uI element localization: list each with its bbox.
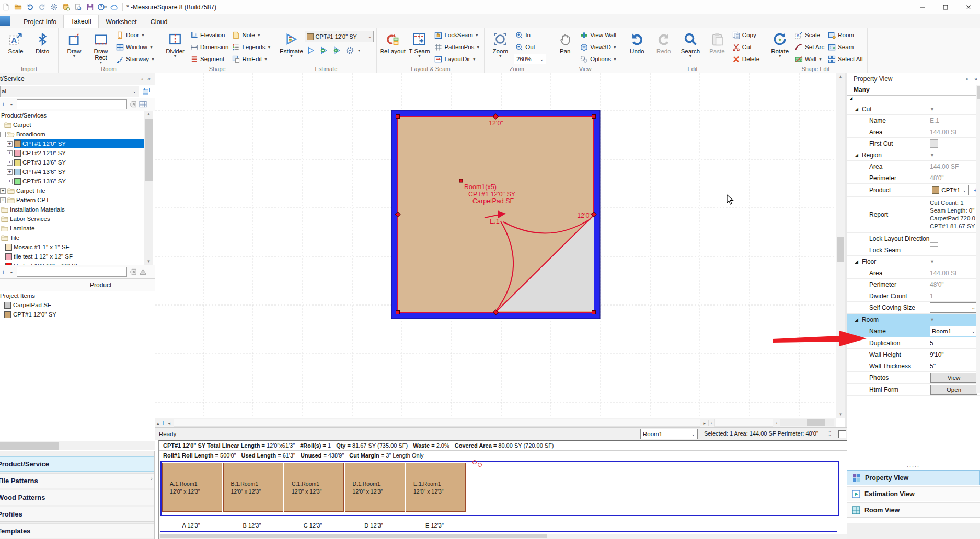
tree-item[interactable]: tile test 1 12" x 12" SF [0, 252, 144, 261]
ribbon-button-lockseam[interactable]: LockSeam▼ [433, 30, 481, 40]
maximize-button[interactable] [934, 0, 957, 14]
tab-project-info[interactable]: Project Info [17, 16, 63, 28]
tree-item[interactable]: +CPT#5 13'6" SY [0, 177, 144, 186]
scrollbar-thumb[interactable] [977, 86, 980, 99]
tree-item[interactable]: +CPT#3 13'6" SY [0, 158, 144, 167]
ribbon-button-dimension[interactable]: Dimension [189, 42, 230, 52]
expander-icon[interactable]: ◢ [855, 153, 858, 158]
corner-handle[interactable] [592, 311, 596, 314]
tree-item[interactable]: Tile [0, 233, 144, 242]
qat-open-folder-button[interactable] [13, 3, 22, 12]
view-switcher-property-view[interactable]: Property View [847, 470, 980, 485]
view-switcher-room-view[interactable]: Room View [847, 502, 980, 518]
ribbon-button-view3d[interactable]: View3D▼ [579, 42, 618, 52]
tree-expander-icon[interactable]: + [7, 160, 13, 166]
roll-layout-canvas[interactable]: A.1.Room112'0" x 12'3"B.1.Room112'0" x 1… [158, 460, 847, 539]
clear-icon[interactable] [129, 268, 137, 276]
scroll-down-icon[interactable]: ▼ [837, 411, 845, 418]
ribbon-button-legends[interactable]: Legends▼ [230, 42, 272, 52]
tree-item[interactable]: -Broadloom [0, 130, 144, 139]
ribbon-button-layoutdir[interactable]: LayoutDir▼ [433, 54, 481, 64]
tree-item[interactable]: +CPT#2 12'0" SY [0, 148, 144, 158]
tree-item[interactable]: Product/Services [0, 111, 144, 120]
ribbon-button-scale[interactable]: AScale [793, 30, 826, 40]
ribbon-button-estimate[interactable]: Estimate▼ [278, 29, 304, 58]
scroll-left-icon[interactable]: ◂ [165, 420, 174, 426]
qat-save-button[interactable] [85, 3, 95, 12]
tree-item-selected[interactable]: CPT#1 12'0" SY [14, 139, 144, 148]
accordion-item-product-service[interactable]: Product/Service [0, 456, 154, 472]
tab-cloud[interactable]: Cloud [144, 16, 175, 28]
group-collapse-icon[interactable]: ▼ [930, 317, 935, 322]
tree-expander-icon[interactable]: + [7, 141, 13, 147]
tree-item[interactable]: +CPT#4 13'6" SY [0, 167, 144, 177]
ribbon-button-door[interactable]: Door▼ [114, 30, 156, 40]
collapse-icon[interactable]: » [971, 76, 980, 82]
ribbon-button-window[interactable]: Window▼ [114, 42, 156, 52]
ribbon-button-segment[interactable]: Segment [189, 54, 230, 64]
tree-item[interactable]: +CPT#1 12'0" SY [0, 139, 144, 148]
ribbon-button-set-arc[interactable]: Set Arc [793, 42, 826, 52]
slider-thumb[interactable] [807, 419, 825, 426]
ribbon-button-copy[interactable]: Copy [731, 30, 761, 40]
tree-expander-icon[interactable]: + [7, 169, 13, 175]
grid-view-icon[interactable] [139, 100, 147, 108]
expand-chevrons-icon[interactable]: ⌄⌄ [828, 429, 832, 437]
tree-item[interactable]: Carpet [0, 120, 144, 130]
view-switcher-estimation-view[interactable]: Estimation View [847, 486, 980, 501]
group-collapse-icon[interactable]: ▼ [930, 259, 935, 264]
ribbon-button-in[interactable]: In [514, 30, 546, 40]
splitter-handle[interactable]: ····· [847, 464, 980, 469]
ribbon-button-select-all[interactable]: Select All [826, 54, 864, 64]
zoom-level-combo[interactable]: 260%⌄ [514, 54, 546, 64]
ribbon-button-options[interactable]: Options▼ [579, 54, 618, 64]
roll-cut-block[interactable]: C.1.Room112'0" x 12'3" [284, 463, 344, 512]
roll-hscrollbar[interactable] [159, 534, 847, 539]
ribbon-button-wall[interactable]: Wall▼ [793, 54, 826, 64]
minimize-button[interactable] [911, 0, 934, 14]
clear-icon[interactable] [129, 100, 137, 108]
ribbon-button-patternpos[interactable]: PatternPos▼ [433, 42, 481, 52]
left-panel-hscrollbar[interactable] [0, 441, 155, 450]
label-anchor-handle[interactable] [459, 179, 463, 182]
ribbon-button-out[interactable]: Out [514, 42, 546, 52]
accordion-item-templates[interactable]: Templates [0, 523, 154, 538]
root-expander-icon[interactable]: ◢ [849, 96, 855, 101]
ribbon-button-zoom[interactable]: Zoom▼ [487, 29, 513, 58]
ribbon-button-note[interactable]: Note▼ [230, 30, 272, 40]
close-button[interactable] [957, 0, 980, 14]
scrollbar-track[interactable] [174, 419, 700, 427]
scrollbar-thumb[interactable] [837, 237, 844, 262]
qat-new-doc-button[interactable] [1, 3, 10, 12]
ribbon-button-undo[interactable]: Undo [624, 29, 650, 54]
accordion-item-tile-patterns[interactable]: Tile Patterns [0, 473, 154, 488]
qat-help-button[interactable]: ?▾ [97, 3, 107, 12]
qat-settings-gear-button[interactable] [49, 3, 59, 12]
roll-cut-block[interactable]: B.1.Room112'0" x 12'3" [223, 463, 283, 512]
checkbox-lock-seam[interactable] [930, 246, 938, 254]
ribbon-button-room[interactable]: Room [826, 30, 864, 40]
ribbon-button-draw-rect[interactable]: Draw Rect▼ [88, 29, 114, 64]
pager-left-icon[interactable]: ‹ [708, 420, 714, 426]
pager-right-icon[interactable]: › [773, 420, 780, 426]
tab-takeoff[interactable]: Takeoff [63, 15, 99, 28]
ribbon-button-t-seam[interactable]: T-Seam▼ [406, 29, 432, 58]
qat-undo-button[interactable] [25, 3, 34, 12]
play-go-button[interactable] [318, 45, 330, 56]
property-scrollbar[interactable] [976, 85, 980, 393]
zoom-slider[interactable] [780, 419, 834, 426]
tab-worksheet[interactable]: Worksheet [99, 16, 144, 28]
view-button[interactable]: View [930, 373, 977, 383]
corner-handle[interactable] [592, 115, 596, 119]
tree-scrollbar[interactable]: ▲ ▼ [144, 111, 153, 265]
product-combo[interactable]: CPT#1⌄ [930, 185, 969, 195]
group-collapse-icon[interactable]: ▼ [930, 107, 935, 112]
remove-button[interactable]: - [8, 100, 15, 108]
cascade-windows-icon[interactable] [142, 87, 151, 96]
tree-expander-icon[interactable]: + [7, 179, 13, 184]
ribbon-button-paste[interactable]: Paste [704, 29, 730, 54]
canvas-vscrollbar[interactable]: ▲ ▼ [836, 73, 845, 418]
ribbon-button-relayout[interactable]: ReLayout [379, 29, 406, 54]
catalog-combo[interactable]: al ⌄ [0, 86, 139, 97]
add-button[interactable]: + [0, 268, 6, 276]
